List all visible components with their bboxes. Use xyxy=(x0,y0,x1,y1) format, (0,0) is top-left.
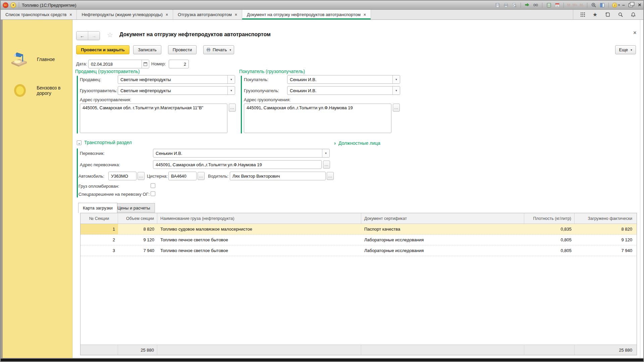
all-functions-icon[interactable] xyxy=(581,12,585,17)
tab-shipment[interactable]: Отгрузка автотранспортом × xyxy=(173,10,242,19)
dropdown-button[interactable]: ▾ xyxy=(227,86,235,95)
back-button[interactable]: ← xyxy=(76,32,88,40)
tab-close-icon[interactable]: × xyxy=(235,12,237,17)
cell-certificate[interactable]: Паспорт качества xyxy=(361,224,524,234)
print-button[interactable]: Печать ▾ xyxy=(203,45,234,54)
tank-picker-button[interactable]: ... xyxy=(198,172,205,180)
tab-prices[interactable]: Цены и расчеты xyxy=(113,203,155,213)
cell-density[interactable]: 0,805 xyxy=(524,245,575,256)
form-close-icon[interactable]: × xyxy=(633,30,636,36)
carrier-address-input[interactable]: 445091, Самарская обл.,г.Тольятти ул.Ф.Н… xyxy=(153,160,322,169)
memory-minus-button[interactable]: M- xyxy=(580,3,584,7)
table-row[interactable]: 3 7 940 Топливо печное светлое бытовое Л… xyxy=(80,245,637,256)
cell-cargo[interactable]: Топливо печное светлое бытовое xyxy=(157,235,361,245)
calendar-picker-button[interactable] xyxy=(142,60,149,68)
cell-section[interactable]: 3 xyxy=(80,245,118,256)
date-input[interactable]: 02.04.2018 xyxy=(88,60,149,68)
cell-cargo[interactable]: Топливо печное светлое бытовое xyxy=(157,245,361,256)
sidebar-item-main[interactable]: Главное xyxy=(1,50,72,69)
print-icon[interactable] xyxy=(503,2,509,8)
app-menu-button[interactable]: ▾ xyxy=(10,2,16,8)
dropdown-button[interactable]: ▾ xyxy=(392,75,400,83)
zoom-icon[interactable] xyxy=(591,2,597,8)
cell-density[interactable]: 0,835 xyxy=(524,224,575,234)
col-header-volume[interactable]: Объем секции xyxy=(118,213,157,224)
cell-loaded[interactable]: 8 820 xyxy=(575,224,635,234)
post-button[interactable]: Провести xyxy=(168,45,197,54)
col-header-loaded[interactable]: Загружено фактически xyxy=(575,213,635,224)
save-button[interactable]: Записать xyxy=(133,45,161,54)
transport-section-title[interactable]: Транспортный раздел xyxy=(84,140,132,145)
driver-input[interactable]: Лях Виктор Викторович xyxy=(230,172,326,180)
search-icon[interactable] xyxy=(618,12,623,17)
cell-volume[interactable]: 9 120 xyxy=(118,235,157,245)
tab-close-icon[interactable]: × xyxy=(69,12,72,17)
window-close-button[interactable]: × xyxy=(638,2,641,8)
dropdown-button[interactable]: ▾ xyxy=(322,149,329,157)
memory-plus-button[interactable]: M+ xyxy=(573,3,578,7)
tab-load-map[interactable]: Карта загрузки xyxy=(78,203,117,213)
tab-shipment-document[interactable]: Документ на отгрузку нефтепродуктов авто… xyxy=(242,10,371,19)
cell-certificate[interactable]: Лабораторные исследования xyxy=(361,235,524,245)
split-view-icon[interactable] xyxy=(599,2,605,8)
table-row[interactable]: 1 8 820 Топливо судовое маловязкое малос… xyxy=(80,224,637,235)
tab-close-icon[interactable]: × xyxy=(166,12,168,17)
post-and-close-button[interactable]: Провести и закрыть xyxy=(76,45,129,54)
go-to-link-icon[interactable] xyxy=(533,2,539,8)
cell-section[interactable]: 1 xyxy=(80,224,118,234)
tab-oil-products[interactable]: Нефтепродукты (жидкие углеводороды) × xyxy=(77,10,173,19)
consignee-combobox[interactable]: Сенькин И.В. ▾ xyxy=(287,86,400,95)
history-icon[interactable] xyxy=(605,12,610,17)
sealed-checkbox[interactable] xyxy=(151,183,155,188)
vehicle-picker-button[interactable]: ... xyxy=(138,172,145,180)
info-button[interactable]: i ▾ xyxy=(612,3,620,8)
cell-section[interactable]: 2 xyxy=(80,235,118,245)
cell-density[interactable]: 0,805 xyxy=(524,235,575,245)
number-input[interactable]: 2 xyxy=(169,60,189,68)
cell-cargo[interactable]: Топливо судовое маловязкое малосернистое xyxy=(157,224,361,234)
cell-volume[interactable]: 7 940 xyxy=(118,245,157,256)
get-link-icon[interactable] xyxy=(524,2,530,8)
calendar-icon[interactable]: 31 xyxy=(554,2,560,8)
cell-loaded[interactable]: 7 940 xyxy=(575,245,635,256)
col-header-cargo[interactable]: Наименование груза (нефтепродукта) xyxy=(157,213,361,224)
delivery-address-textarea[interactable]: 445091, Самарская обл.,г.Тольятти ул.Ф.Н… xyxy=(244,104,391,133)
calculator-icon[interactable] xyxy=(546,2,552,8)
permit-checkbox[interactable] xyxy=(151,191,155,196)
buyer-combobox[interactable]: Сенькин И.В. ▾ xyxy=(287,75,400,84)
vehicle-input[interactable]: У363МО xyxy=(108,172,137,180)
forward-button[interactable]: → xyxy=(88,32,100,40)
cell-volume[interactable]: 8 820 xyxy=(118,224,157,234)
table-row[interactable]: 2 9 120 Топливо печное светлое бытовое Л… xyxy=(80,235,637,245)
notifications-bell-icon[interactable] xyxy=(631,12,636,17)
favorite-star-icon[interactable]: ☆ xyxy=(107,31,113,39)
window-restore-button[interactable] xyxy=(629,3,633,7)
officials-section-toggle[interactable]: › Должностные лица xyxy=(334,140,380,146)
window-minimize-button[interactable]: – xyxy=(622,3,625,7)
save-icon[interactable] xyxy=(494,2,500,8)
dropdown-button[interactable]: ▾ xyxy=(392,86,400,95)
vendor-combobox[interactable]: Светлые нефтепродукты ▾ xyxy=(118,75,235,84)
col-header-certificate[interactable]: Документ сертификат xyxy=(361,213,524,224)
driver-picker-button[interactable]: ... xyxy=(327,172,334,180)
tab-close-icon[interactable]: × xyxy=(364,12,366,17)
memory-store-button[interactable]: M xyxy=(567,3,570,7)
shipper-combobox[interactable]: Светлые нефтепродукты ▾ xyxy=(118,86,235,95)
tab-vehicle-list[interactable]: Список транспортных средств × xyxy=(1,10,77,19)
print-preview-icon[interactable] xyxy=(511,2,517,8)
delivery-address-picker-button[interactable]: ... xyxy=(393,104,400,112)
transport-collapse-checkbox[interactable]: ⌄ xyxy=(77,140,82,145)
carrier-combobox[interactable]: Сенькин И.В. ▾ xyxy=(153,149,330,158)
cell-loaded[interactable]: 9 120 xyxy=(575,235,635,245)
carrier-address-picker-button[interactable]: ... xyxy=(323,161,330,169)
sidebar-item-tanker[interactable]: Бензовоз в дорогу xyxy=(1,83,72,98)
favorites-icon[interactable]: ★ xyxy=(593,12,597,17)
ship-address-textarea[interactable]: 445005, Самарская обл. г.Тольятти ул.Маг… xyxy=(80,104,227,133)
ship-address-picker-button[interactable]: ... xyxy=(229,104,236,112)
more-button[interactable]: Еще ▾ xyxy=(615,45,636,54)
cell-certificate[interactable]: Лабораторные исследования xyxy=(361,245,524,256)
tank-input[interactable]: ВА4640 xyxy=(168,172,197,180)
col-header-density[interactable]: Плотность (кг/литр) xyxy=(524,213,575,224)
dropdown-button[interactable]: ▾ xyxy=(227,75,235,83)
col-header-section[interactable]: № Секции xyxy=(80,213,118,224)
